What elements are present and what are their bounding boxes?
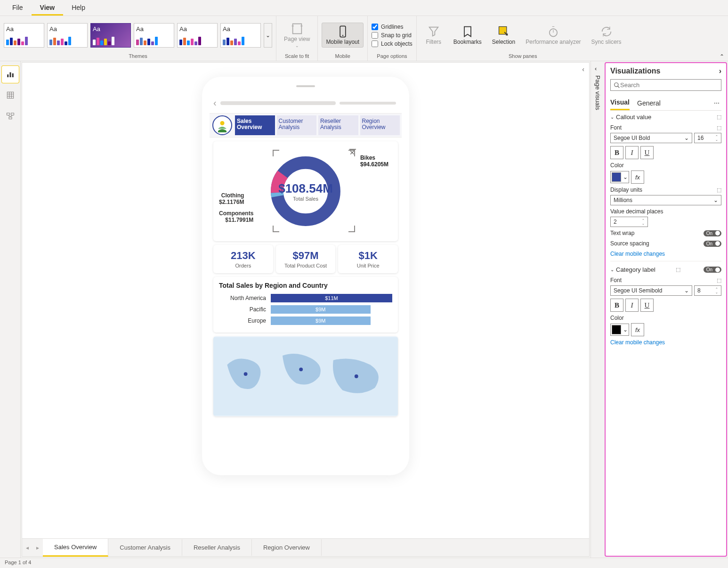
section-category-label[interactable]: ⌄ Category label ⬚ On	[610, 266, 721, 273]
svg-line-31	[618, 86, 620, 88]
theme-swatch-3-selected[interactable]: Aa	[90, 23, 131, 48]
fx-button-2[interactable]: fx	[631, 323, 644, 336]
bar-row: North America$11M	[219, 294, 392, 302]
reset-font-button[interactable]: ⬚	[717, 125, 721, 131]
chevron-down-icon: ⌄	[610, 114, 614, 120]
decimal-places-input[interactable]: 2⌃⌄	[610, 217, 648, 227]
search-input[interactable]	[620, 81, 718, 89]
fx-button[interactable]: fx	[631, 170, 644, 184]
svg-rect-12	[7, 92, 14, 98]
text-wrap-toggle[interactable]: On	[704, 230, 721, 236]
map-visual[interactable]	[213, 336, 398, 416]
svg-rect-0	[292, 24, 301, 33]
menu-file[interactable]: File	[4, 0, 32, 16]
kpi-product-cost[interactable]: $97MTotal Product Cost	[276, 245, 336, 273]
remove-visual-button[interactable]: ✕	[349, 149, 356, 150]
bold-button[interactable]: B	[610, 146, 623, 159]
model-view-button[interactable]	[2, 107, 19, 124]
bar-chart-visual[interactable]: Total Sales by Region and Country North …	[213, 277, 398, 333]
svg-rect-17	[7, 113, 9, 115]
page-tab-reseller[interactable]: Reseller Analysis	[182, 539, 252, 556]
font-size-input[interactable]: 16⌃⌄	[694, 133, 721, 143]
italic-button-2[interactable]: I	[625, 299, 639, 312]
reset-callout-button[interactable]: ⬚	[717, 114, 721, 120]
status-bar: Page 1 of 4	[0, 558, 728, 568]
report-view-button[interactable]	[2, 66, 19, 83]
underline-button-2[interactable]: U	[640, 299, 654, 312]
color-picker-2[interactable]: ⌄	[610, 324, 629, 336]
menu-view[interactable]: View	[32, 0, 64, 16]
pane-more-button[interactable]: ⋯	[712, 98, 721, 108]
svg-rect-18	[11, 113, 14, 115]
clear-mobile-changes-link-2[interactable]: Clear mobile changes	[610, 339, 721, 346]
snap-to-grid-checkbox[interactable]: Snap to grid	[372, 32, 413, 39]
page-tab-region[interactable]: Region Overview	[252, 539, 322, 556]
tab-visual[interactable]: Visual	[610, 96, 630, 110]
phone-title-placeholder	[220, 101, 336, 105]
kpi-unit-price[interactable]: $1KUnit Price	[338, 245, 398, 273]
reset-font2-button[interactable]: ⬚	[717, 277, 721, 284]
page-view-button[interactable]: Page view ⌄	[280, 20, 314, 50]
section-callout-value[interactable]: ⌄ Callout value ⬚	[610, 114, 721, 121]
page-next-button[interactable]: ▸	[32, 544, 43, 551]
gridlines-checkbox[interactable]: Gridlines	[372, 24, 413, 30]
reset-units-button[interactable]: ⬚	[717, 187, 721, 193]
theme-swatch-4[interactable]: Aa	[134, 23, 174, 48]
collapse-ribbon-button[interactable]: ⌃	[720, 53, 724, 60]
font-size-input-2[interactable]: 8⌃⌄	[694, 285, 721, 296]
category-label-toggle[interactable]: On	[704, 267, 721, 273]
svg-rect-19	[9, 117, 12, 119]
table-icon	[6, 91, 15, 99]
expand-pane-button[interactable]: ›	[719, 67, 721, 75]
reset-category-button[interactable]: ⬚	[676, 267, 680, 273]
lock-objects-checkbox[interactable]: Lock objects	[372, 41, 413, 47]
show-panes-group-label: Show panes	[509, 53, 537, 59]
tab-general[interactable]: General	[637, 97, 661, 110]
theme-more-button[interactable]: ⌄	[264, 23, 272, 48]
sync-slicers-button[interactable]: Sync slicers	[588, 23, 625, 47]
underline-button[interactable]: U	[640, 146, 654, 159]
kpi-orders[interactable]: 213KOrders	[213, 245, 273, 273]
theme-swatch-2[interactable]: Aa	[47, 23, 88, 48]
page-tab-customer[interactable]: Customer Analysis	[108, 539, 182, 556]
font-family-select[interactable]: Segoe UI Bold⌄	[610, 133, 692, 143]
data-view-button[interactable]	[2, 87, 19, 104]
theme-swatch-1[interactable]: Aa	[4, 23, 44, 48]
source-spacing-toggle[interactable]: On	[704, 241, 721, 247]
donut-visual[interactable]: $108.54M Total Sales Bikes$94.6205M Clot…	[213, 141, 398, 241]
phone-tab-customer[interactable]: Customer Analysis	[277, 115, 317, 135]
selection-pane-button[interactable]: Selection	[488, 23, 519, 47]
donut-center-label: Total Sales	[278, 196, 333, 202]
scale-group-label: Scale to fit	[285, 53, 309, 59]
left-rail	[0, 61, 21, 558]
menu-help[interactable]: Help	[63, 0, 94, 16]
page-tab-sales[interactable]: Sales Overview	[43, 539, 108, 557]
perf-analyzer-button[interactable]: Performance analyzer	[522, 23, 584, 47]
phone-back-button[interactable]: ‹	[213, 97, 217, 108]
display-units-select[interactable]: Millions⌄	[610, 195, 721, 205]
bold-button-2[interactable]: B	[610, 299, 623, 312]
clear-mobile-changes-link-1[interactable]: Clear mobile changes	[610, 251, 721, 257]
svg-point-27	[244, 372, 248, 376]
mobile-layout-button[interactable]: Mobile layout	[322, 23, 364, 48]
expand-page-visuals-button[interactable]: ‹	[595, 65, 597, 72]
font-family-select-2[interactable]: Segoe UI Semibold⌄	[610, 285, 692, 296]
page-prev-button[interactable]: ◂	[22, 544, 32, 551]
visualizations-search[interactable]	[610, 79, 721, 91]
phone-speaker	[296, 85, 315, 87]
collapse-left-button[interactable]: ‹	[582, 65, 584, 73]
page-options-group-label: Page options	[377, 53, 407, 59]
phone-tab-region[interactable]: Region Overview	[360, 115, 400, 135]
svg-point-30	[615, 82, 618, 86]
filters-pane-button[interactable]: Filters	[421, 23, 447, 47]
bookmarks-pane-button[interactable]: Bookmarks	[450, 23, 485, 47]
page-visuals-pane-collapsed[interactable]: ‹ Page visuals	[590, 61, 605, 558]
phone-tab-sales[interactable]: Sales Overview	[235, 115, 275, 135]
italic-button[interactable]: I	[625, 146, 639, 159]
svg-point-28	[299, 367, 303, 371]
theme-swatch-6[interactable]: Aa	[220, 23, 261, 48]
theme-swatch-5[interactable]: Aa	[177, 23, 218, 48]
visualizations-title: Visualizations	[610, 67, 660, 75]
phone-tab-reseller[interactable]: Reseller Analysis	[318, 115, 358, 135]
color-picker[interactable]: ⌄	[610, 171, 629, 183]
